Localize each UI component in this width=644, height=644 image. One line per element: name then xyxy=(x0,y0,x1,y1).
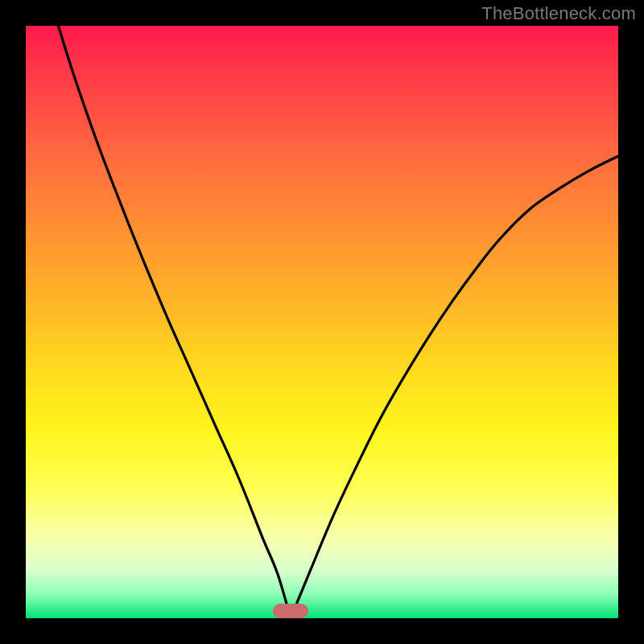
curve-right-branch xyxy=(291,156,618,618)
watermark-text: TheBottleneck.com xyxy=(481,3,636,24)
curve-left-branch xyxy=(59,26,291,618)
curve-layer xyxy=(26,26,618,618)
minimum-marker xyxy=(273,604,308,618)
